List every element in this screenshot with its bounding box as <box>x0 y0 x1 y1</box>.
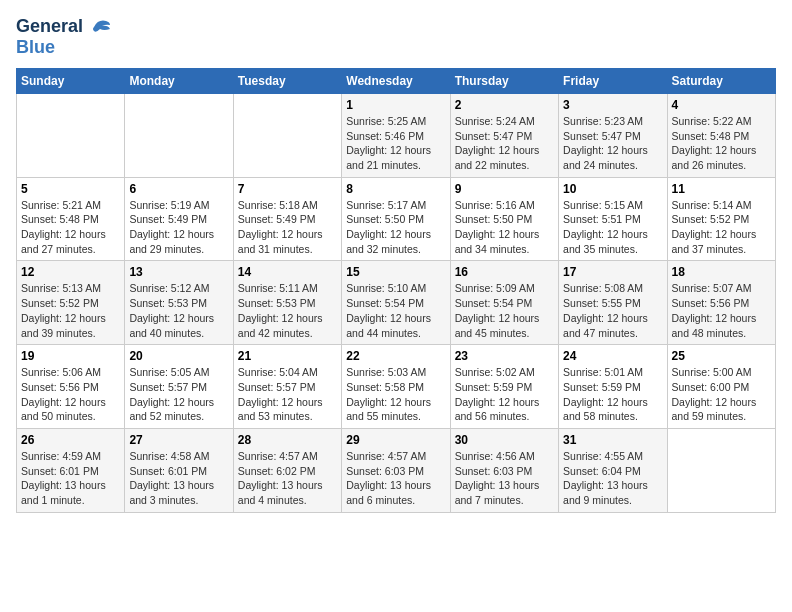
day-number: 4 <box>672 98 771 112</box>
day-number: 8 <box>346 182 445 196</box>
day-number: 28 <box>238 433 337 447</box>
day-number: 22 <box>346 349 445 363</box>
weekday-header-monday: Monday <box>125 68 233 93</box>
week-row-5: 26Sunrise: 4:59 AMSunset: 6:01 PMDayligh… <box>17 428 776 512</box>
day-number: 27 <box>129 433 228 447</box>
day-cell: 5Sunrise: 5:21 AMSunset: 5:48 PMDaylight… <box>17 177 125 261</box>
day-info: Sunrise: 5:07 AMSunset: 5:56 PMDaylight:… <box>672 281 771 340</box>
day-info: Sunrise: 5:21 AMSunset: 5:48 PMDaylight:… <box>21 198 120 257</box>
day-info: Sunrise: 5:19 AMSunset: 5:49 PMDaylight:… <box>129 198 228 257</box>
weekday-header-sunday: Sunday <box>17 68 125 93</box>
week-row-2: 5Sunrise: 5:21 AMSunset: 5:48 PMDaylight… <box>17 177 776 261</box>
day-number: 1 <box>346 98 445 112</box>
day-number: 14 <box>238 265 337 279</box>
day-number: 30 <box>455 433 554 447</box>
day-number: 13 <box>129 265 228 279</box>
page-header: General Blue <box>16 16 776 58</box>
day-cell: 4Sunrise: 5:22 AMSunset: 5:48 PMDaylight… <box>667 93 775 177</box>
day-info: Sunrise: 5:11 AMSunset: 5:53 PMDaylight:… <box>238 281 337 340</box>
weekday-header-wednesday: Wednesday <box>342 68 450 93</box>
day-cell: 28Sunrise: 4:57 AMSunset: 6:02 PMDayligh… <box>233 428 341 512</box>
day-number: 9 <box>455 182 554 196</box>
day-number: 6 <box>129 182 228 196</box>
week-row-3: 12Sunrise: 5:13 AMSunset: 5:52 PMDayligh… <box>17 261 776 345</box>
day-cell: 2Sunrise: 5:24 AMSunset: 5:47 PMDaylight… <box>450 93 558 177</box>
day-info: Sunrise: 5:10 AMSunset: 5:54 PMDaylight:… <box>346 281 445 340</box>
day-info: Sunrise: 5:16 AMSunset: 5:50 PMDaylight:… <box>455 198 554 257</box>
day-number: 21 <box>238 349 337 363</box>
day-cell: 8Sunrise: 5:17 AMSunset: 5:50 PMDaylight… <box>342 177 450 261</box>
day-cell: 3Sunrise: 5:23 AMSunset: 5:47 PMDaylight… <box>559 93 667 177</box>
day-info: Sunrise: 5:12 AMSunset: 5:53 PMDaylight:… <box>129 281 228 340</box>
logo-general: General <box>16 16 83 36</box>
day-info: Sunrise: 5:15 AMSunset: 5:51 PMDaylight:… <box>563 198 662 257</box>
day-cell: 22Sunrise: 5:03 AMSunset: 5:58 PMDayligh… <box>342 345 450 429</box>
day-number: 29 <box>346 433 445 447</box>
day-cell: 25Sunrise: 5:00 AMSunset: 6:00 PMDayligh… <box>667 345 775 429</box>
weekday-header-tuesday: Tuesday <box>233 68 341 93</box>
day-number: 24 <box>563 349 662 363</box>
weekday-header-thursday: Thursday <box>450 68 558 93</box>
day-cell: 13Sunrise: 5:12 AMSunset: 5:53 PMDayligh… <box>125 261 233 345</box>
day-number: 16 <box>455 265 554 279</box>
day-number: 23 <box>455 349 554 363</box>
day-cell: 30Sunrise: 4:56 AMSunset: 6:03 PMDayligh… <box>450 428 558 512</box>
day-cell: 18Sunrise: 5:07 AMSunset: 5:56 PMDayligh… <box>667 261 775 345</box>
calendar-header-row: SundayMondayTuesdayWednesdayThursdayFrid… <box>17 68 776 93</box>
day-number: 2 <box>455 98 554 112</box>
day-cell: 7Sunrise: 5:18 AMSunset: 5:49 PMDaylight… <box>233 177 341 261</box>
weekday-header-saturday: Saturday <box>667 68 775 93</box>
day-info: Sunrise: 5:05 AMSunset: 5:57 PMDaylight:… <box>129 365 228 424</box>
day-cell: 12Sunrise: 5:13 AMSunset: 5:52 PMDayligh… <box>17 261 125 345</box>
day-info: Sunrise: 4:57 AMSunset: 6:03 PMDaylight:… <box>346 449 445 508</box>
day-info: Sunrise: 4:58 AMSunset: 6:01 PMDaylight:… <box>129 449 228 508</box>
day-info: Sunrise: 4:55 AMSunset: 6:04 PMDaylight:… <box>563 449 662 508</box>
day-number: 10 <box>563 182 662 196</box>
day-cell: 9Sunrise: 5:16 AMSunset: 5:50 PMDaylight… <box>450 177 558 261</box>
day-number: 26 <box>21 433 120 447</box>
week-row-1: 1Sunrise: 5:25 AMSunset: 5:46 PMDaylight… <box>17 93 776 177</box>
day-number: 25 <box>672 349 771 363</box>
day-cell: 11Sunrise: 5:14 AMSunset: 5:52 PMDayligh… <box>667 177 775 261</box>
day-info: Sunrise: 5:18 AMSunset: 5:49 PMDaylight:… <box>238 198 337 257</box>
day-cell <box>125 93 233 177</box>
day-info: Sunrise: 5:25 AMSunset: 5:46 PMDaylight:… <box>346 114 445 173</box>
logo: General Blue <box>16 16 112 58</box>
day-info: Sunrise: 5:04 AMSunset: 5:57 PMDaylight:… <box>238 365 337 424</box>
day-info: Sunrise: 5:22 AMSunset: 5:48 PMDaylight:… <box>672 114 771 173</box>
day-cell: 16Sunrise: 5:09 AMSunset: 5:54 PMDayligh… <box>450 261 558 345</box>
day-cell: 14Sunrise: 5:11 AMSunset: 5:53 PMDayligh… <box>233 261 341 345</box>
day-cell: 23Sunrise: 5:02 AMSunset: 5:59 PMDayligh… <box>450 345 558 429</box>
day-cell: 1Sunrise: 5:25 AMSunset: 5:46 PMDaylight… <box>342 93 450 177</box>
day-number: 12 <box>21 265 120 279</box>
calendar-body: 1Sunrise: 5:25 AMSunset: 5:46 PMDaylight… <box>17 93 776 512</box>
day-number: 31 <box>563 433 662 447</box>
day-cell: 31Sunrise: 4:55 AMSunset: 6:04 PMDayligh… <box>559 428 667 512</box>
day-cell: 24Sunrise: 5:01 AMSunset: 5:59 PMDayligh… <box>559 345 667 429</box>
day-info: Sunrise: 5:17 AMSunset: 5:50 PMDaylight:… <box>346 198 445 257</box>
day-info: Sunrise: 5:00 AMSunset: 6:00 PMDaylight:… <box>672 365 771 424</box>
day-number: 15 <box>346 265 445 279</box>
day-info: Sunrise: 4:57 AMSunset: 6:02 PMDaylight:… <box>238 449 337 508</box>
day-info: Sunrise: 5:23 AMSunset: 5:47 PMDaylight:… <box>563 114 662 173</box>
day-number: 7 <box>238 182 337 196</box>
day-cell <box>17 93 125 177</box>
logo-bird-icon <box>90 17 112 37</box>
calendar-table: SundayMondayTuesdayWednesdayThursdayFrid… <box>16 68 776 513</box>
day-cell: 17Sunrise: 5:08 AMSunset: 5:55 PMDayligh… <box>559 261 667 345</box>
day-info: Sunrise: 5:06 AMSunset: 5:56 PMDaylight:… <box>21 365 120 424</box>
day-cell: 6Sunrise: 5:19 AMSunset: 5:49 PMDaylight… <box>125 177 233 261</box>
day-number: 3 <box>563 98 662 112</box>
day-info: Sunrise: 5:01 AMSunset: 5:59 PMDaylight:… <box>563 365 662 424</box>
day-info: Sunrise: 5:03 AMSunset: 5:58 PMDaylight:… <box>346 365 445 424</box>
day-cell: 10Sunrise: 5:15 AMSunset: 5:51 PMDayligh… <box>559 177 667 261</box>
day-info: Sunrise: 5:09 AMSunset: 5:54 PMDaylight:… <box>455 281 554 340</box>
day-info: Sunrise: 5:02 AMSunset: 5:59 PMDaylight:… <box>455 365 554 424</box>
day-info: Sunrise: 5:14 AMSunset: 5:52 PMDaylight:… <box>672 198 771 257</box>
day-info: Sunrise: 4:59 AMSunset: 6:01 PMDaylight:… <box>21 449 120 508</box>
day-cell: 15Sunrise: 5:10 AMSunset: 5:54 PMDayligh… <box>342 261 450 345</box>
day-number: 5 <box>21 182 120 196</box>
day-info: Sunrise: 4:56 AMSunset: 6:03 PMDaylight:… <box>455 449 554 508</box>
week-row-4: 19Sunrise: 5:06 AMSunset: 5:56 PMDayligh… <box>17 345 776 429</box>
day-cell <box>233 93 341 177</box>
